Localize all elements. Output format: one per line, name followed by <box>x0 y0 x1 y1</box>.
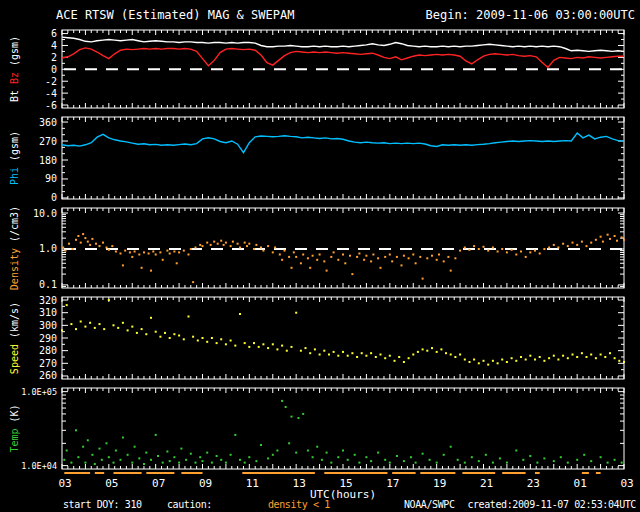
panel-frame <box>62 117 624 199</box>
series-Phi <box>62 133 624 153</box>
ytick-label: -4 <box>45 88 57 99</box>
y-axis-label-mag: Bt Bz (gsm) <box>9 36 20 102</box>
ytick-label: 10.0 <box>33 208 57 219</box>
chart-canvas: -6-4-20246Bt Bz (gsm)090180270360Phi (gs… <box>0 0 640 512</box>
ytick-label: -2 <box>45 76 57 87</box>
y-axis-label-phi: Phi (gsm) <box>9 131 20 185</box>
ytick-label: 1.0E+04 <box>21 461 57 471</box>
agency-label: NOAA/SWPC <box>404 499 455 510</box>
ytick-label: 0.1 <box>39 279 57 290</box>
y-axis-label-temp: Temp (K) <box>9 404 20 452</box>
panel-mag: -6-4-20246Bt Bz (gsm) <box>9 28 624 110</box>
panel-temp: 1.0E+041.0E+05Temp (K) <box>9 387 624 471</box>
begin-timestamp: Begin: 2009-11-06 03:00:00UTC <box>425 8 635 22</box>
ytick-label: 300 <box>39 320 57 331</box>
ytick-label: 1.0E+05 <box>21 387 57 397</box>
ytick-label: 260 <box>39 370 57 381</box>
series-Density <box>62 233 625 283</box>
series-Temp <box>63 400 622 465</box>
plot-title: ACE RTSW (Estimated) MAG & SWEPAM <box>56 8 294 22</box>
panel-frame <box>62 297 624 379</box>
panel-frame <box>62 388 624 469</box>
caution-value: density < 1 <box>268 499 330 510</box>
ytick-label: 90 <box>45 173 57 184</box>
ytick-label: 360 <box>39 117 57 128</box>
ytick-label: 270 <box>39 358 57 369</box>
ytick-label: 0 <box>51 192 57 203</box>
ytick-label: -6 <box>45 100 57 111</box>
y-axis-label-density: Density (/cm3) <box>9 206 20 290</box>
ytick-label: 4 <box>51 40 57 51</box>
panel-speed: 260270280290300310320Speed (km/s) <box>9 295 625 382</box>
ytick-label: 6 <box>51 28 57 39</box>
start-doy-label: start DOY: 310 <box>63 499 142 510</box>
y-axis-label-speed: Speed (km/s) <box>9 302 20 374</box>
ace-rtsw-plot-screen: -6-4-20246Bt Bz (gsm)090180270360Phi (gs… <box>0 0 640 512</box>
panel-density: 10.01.00.1Density (/cm3) <box>9 206 625 291</box>
ytick-label: 320 <box>39 295 57 306</box>
ytick-label: 290 <box>39 333 57 344</box>
ytick-label: 0 <box>51 64 57 75</box>
caution-label: caution: <box>167 499 212 510</box>
series-Bz <box>62 48 624 68</box>
ytick-label: 180 <box>39 155 57 166</box>
ytick-label: 310 <box>39 307 57 318</box>
ytick-label: 280 <box>39 345 57 356</box>
ytick-label: 270 <box>39 136 57 147</box>
ytick-label: 1.0 <box>39 243 57 254</box>
panel-phi: 090180270360Phi (gsm) <box>9 117 624 204</box>
series-Speed <box>61 299 625 366</box>
ytick-label: 2 <box>51 52 57 63</box>
created-timestamp: created:2009-11-07 02:53:04UTC <box>467 499 636 510</box>
caution-dashes <box>64 472 600 474</box>
